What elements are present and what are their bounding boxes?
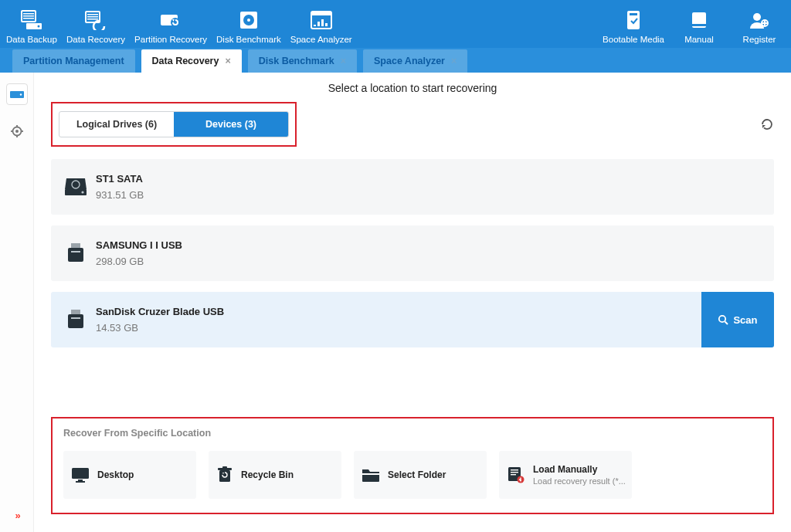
expand-sidebar-icon[interactable]: »: [0, 510, 33, 521]
device-size: 298.09 GB: [96, 256, 182, 267]
drive-type-toggle: Logical Drives (6) Devices (3): [59, 111, 289, 137]
data-recovery-icon: [85, 8, 107, 32]
svg-rect-18: [317, 22, 320, 26]
ribbon-disk-benchmark[interactable]: Disk Benchmark: [212, 4, 286, 44]
location-label: Recycle Bin: [241, 469, 294, 480]
device-size: 14.53 GB: [96, 322, 224, 334]
svg-point-11: [171, 18, 180, 27]
tab-partition-management[interactable]: Partition Management: [12, 49, 135, 73]
location-desktop[interactable]: Desktop: [63, 451, 196, 499]
svg-rect-54: [362, 473, 379, 475]
svg-rect-58: [511, 474, 516, 475]
manual-icon: [690, 8, 708, 32]
device-meta: ST1 SATA 931.51 GB: [96, 173, 144, 201]
svg-rect-20: [325, 23, 328, 26]
specific-location-title: Recover From Specific Location: [63, 428, 762, 439]
load-manually-icon: [507, 466, 525, 483]
svg-rect-24: [692, 24, 706, 26]
side-recovery-button[interactable]: [6, 83, 28, 105]
desktop-icon: [71, 466, 90, 483]
data-backup-icon: [21, 8, 42, 32]
tab-space-analyzer[interactable]: Space Analyzer ×: [363, 49, 467, 73]
ribbon-space-analyzer[interactable]: Space Analyzer: [286, 4, 357, 44]
ribbon-data-backup[interactable]: Data Backup: [2, 4, 62, 44]
location-recycle-bin[interactable]: Recycle Bin: [209, 451, 341, 499]
location-label: Load Manually: [533, 464, 626, 475]
toggle-devices[interactable]: Devices (3): [174, 112, 288, 137]
svg-rect-51: [219, 470, 230, 482]
ribbon-manual[interactable]: Manual: [669, 4, 729, 44]
disk-benchmark-icon: [239, 8, 259, 32]
svg-point-30: [19, 93, 21, 95]
ribbon-label: Register: [743, 35, 776, 44]
side-settings-button[interactable]: [6, 120, 28, 142]
tabs-bar: Partition Management Data Recovery × Dis…: [0, 48, 791, 73]
highlight-box-toggle: Logical Drives (6) Devices (3): [51, 102, 297, 147]
hdd-icon: [63, 175, 96, 198]
register-icon: [749, 8, 769, 32]
svg-rect-1: [23, 13, 34, 15]
toggle-logical-drives[interactable]: Logical Drives (6): [59, 112, 174, 137]
svg-point-38: [81, 191, 83, 193]
tab-data-recovery[interactable]: Data Recovery ×: [141, 49, 242, 73]
location-load-manually[interactable]: Load Manually Load recovery result (*...: [499, 451, 632, 499]
svg-rect-43: [71, 310, 80, 314]
refresh-button[interactable]: [760, 117, 774, 131]
scan-label: Scan: [733, 314, 757, 326]
ribbon-label: Data Backup: [6, 35, 57, 44]
gear-icon: [11, 125, 23, 137]
svg-rect-42: [71, 251, 80, 252]
svg-rect-50: [76, 481, 85, 483]
svg-rect-19: [321, 19, 324, 26]
toggle-row: Logical Drives (6) Devices (3): [51, 102, 774, 147]
svg-rect-52: [218, 468, 232, 470]
page-headline: Select a location to start recovering: [51, 82, 774, 94]
svg-rect-56: [511, 469, 518, 470]
location-cards: Desktop Recycle Bin Select Folder: [63, 451, 762, 499]
workspace: » Select a location to start recovering …: [0, 73, 791, 532]
ribbon-label: Space Analyzer: [290, 35, 352, 44]
scan-button[interactable]: Scan: [701, 292, 774, 347]
device-name: ST1 SATA: [96, 173, 144, 185]
svg-rect-28: [762, 22, 767, 24]
svg-rect-29: [10, 91, 24, 98]
ribbon-left-group: Data Backup Data Recovery Partition Reco…: [2, 4, 357, 44]
device-row[interactable]: SanDisk Cruzer Blade USB 14.53 GB Scan: [51, 292, 774, 347]
svg-rect-3: [23, 18, 34, 19]
location-subtext: Load recovery result (*...: [533, 476, 626, 486]
ribbon-label: Disk Benchmark: [216, 35, 281, 44]
svg-rect-7: [87, 14, 98, 15]
folder-icon: [362, 467, 380, 483]
ribbon-bootable-media[interactable]: Bootable Media: [598, 4, 669, 44]
recycle-bin-icon: [216, 466, 233, 483]
ribbon-label: Manual: [684, 35, 714, 44]
svg-rect-44: [68, 314, 83, 328]
ribbon-data-recovery[interactable]: Data Recovery: [62, 4, 130, 44]
svg-point-46: [719, 316, 725, 322]
device-size: 931.51 GB: [96, 189, 144, 201]
specific-location-panel: Recover From Specific Location Desktop R…: [51, 417, 774, 514]
svg-rect-41: [68, 248, 83, 262]
ribbon-register[interactable]: Register: [729, 4, 789, 44]
tab-close-icon[interactable]: ×: [451, 56, 457, 66]
drive-icon: [10, 89, 24, 100]
usb-drive-icon: [63, 308, 96, 331]
partition-recovery-icon: [160, 8, 182, 32]
device-row[interactable]: SAMSUNG I I USB 298.09 GB: [51, 225, 774, 281]
device-name: SanDisk Cruzer Blade USB: [96, 306, 224, 317]
svg-rect-49: [78, 479, 83, 481]
ribbon-right-group: Bootable Media Manual Register: [598, 4, 789, 44]
tab-close-icon[interactable]: ×: [225, 56, 230, 66]
ribbon-label: Partition Recovery: [134, 35, 207, 44]
svg-rect-48: [72, 468, 89, 479]
tab-disk-benchmark[interactable]: Disk Benchmark ×: [248, 49, 357, 73]
svg-rect-16: [311, 12, 331, 15]
svg-rect-8: [87, 16, 98, 18]
bootable-media-icon: [625, 8, 642, 32]
ribbon-partition-recovery[interactable]: Partition Recovery: [130, 4, 212, 44]
device-row[interactable]: ST1 SATA 931.51 GB: [51, 159, 774, 215]
tab-close-icon[interactable]: ×: [341, 56, 346, 66]
svg-rect-57: [511, 472, 518, 473]
svg-rect-40: [71, 243, 80, 248]
location-select-folder[interactable]: Select Folder: [354, 451, 487, 499]
